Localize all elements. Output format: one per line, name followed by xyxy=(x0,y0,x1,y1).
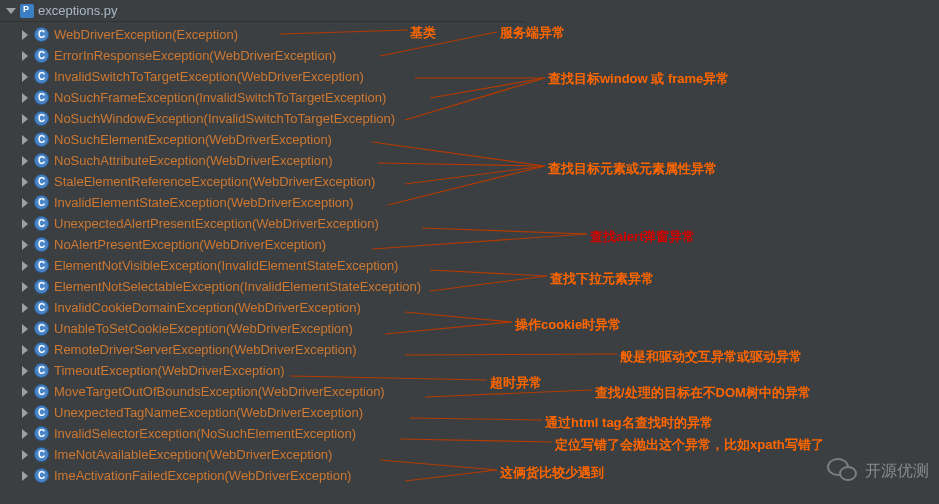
class-name-label: ElementNotVisibleException(InvalidElemen… xyxy=(54,258,398,273)
class-tree-item[interactable]: CImeNotAvailableException(WebDriverExcep… xyxy=(0,444,525,465)
class-icon: C xyxy=(34,237,49,252)
class-tree-item[interactable]: CInvalidElementStateException(WebDriverE… xyxy=(0,192,525,213)
annotation-label: 查找alert弹窗异常 xyxy=(590,228,695,246)
class-name-label: MoveTargetOutOfBoundsException(WebDriver… xyxy=(54,384,385,399)
wechat-icon xyxy=(827,458,859,484)
chevron-right-icon[interactable] xyxy=(22,408,28,418)
class-icon: C xyxy=(34,468,49,483)
class-tree-item[interactable]: CUnexpectedAlertPresentException(WebDriv… xyxy=(0,213,525,234)
class-icon: C xyxy=(34,153,49,168)
class-tree-item[interactable]: CUnableToSetCookieException(WebDriverExc… xyxy=(0,318,525,339)
class-icon: C xyxy=(34,384,49,399)
class-name-label: WebDriverException(Exception) xyxy=(54,27,238,42)
class-name-label: NoSuchAttributeException(WebDriverExcept… xyxy=(54,153,333,168)
class-tree-item[interactable]: CStaleElementReferenceException(WebDrive… xyxy=(0,171,525,192)
class-name-label: StaleElementReferenceException(WebDriver… xyxy=(54,174,375,189)
chevron-right-icon[interactable] xyxy=(22,156,28,166)
chevron-right-icon[interactable] xyxy=(22,72,28,82)
class-tree-item[interactable]: CInvalidCookieDomainException(WebDriverE… xyxy=(0,297,525,318)
class-tree-item[interactable]: CNoSuchAttributeException(WebDriverExcep… xyxy=(0,150,525,171)
class-icon: C xyxy=(34,132,49,147)
annotation-label: 通过html tag名查找时的异常 xyxy=(545,414,713,432)
class-name-label: TimeoutException(WebDriverException) xyxy=(54,363,284,378)
structure-panel: exceptions.py CWebDriverException(Except… xyxy=(0,0,525,504)
annotation-label: 查找/处理的目标在不DOM树中的异常 xyxy=(595,384,811,402)
class-tree-item[interactable]: CElementNotVisibleException(InvalidEleme… xyxy=(0,255,525,276)
chevron-right-icon[interactable] xyxy=(22,429,28,439)
class-icon: C xyxy=(34,342,49,357)
annotation-label: 查找下拉元素异常 xyxy=(550,270,654,288)
class-icon: C xyxy=(34,300,49,315)
class-icon: C xyxy=(34,90,49,105)
class-tree-item[interactable]: CInvalidSelectorException(NoSuchElementE… xyxy=(0,423,525,444)
class-tree-item[interactable]: CTimeoutException(WebDriverException) xyxy=(0,360,525,381)
chevron-right-icon[interactable] xyxy=(22,51,28,61)
class-tree-item[interactable]: CNoSuchFrameException(InvalidSwitchToTar… xyxy=(0,87,525,108)
annotation-label: 查找目标元素或元素属性异常 xyxy=(548,160,717,178)
annotation-label: 定位写错了会抛出这个异常，比如xpath写错了 xyxy=(555,436,824,454)
file-header-row[interactable]: exceptions.py xyxy=(0,0,525,22)
chevron-right-icon[interactable] xyxy=(22,177,28,187)
class-name-label: UnableToSetCookieException(WebDriverExce… xyxy=(54,321,353,336)
class-tree-item[interactable]: CNoSuchWindowException(InvalidSwitchToTa… xyxy=(0,108,525,129)
chevron-down-icon[interactable] xyxy=(6,8,16,14)
annotation-label: 查找目标window 或 frame异常 xyxy=(548,70,729,88)
chevron-right-icon[interactable] xyxy=(22,471,28,481)
chevron-right-icon[interactable] xyxy=(22,93,28,103)
wechat-watermark: 开源优测 xyxy=(827,458,929,484)
chevron-right-icon[interactable] xyxy=(22,450,28,460)
chevron-right-icon[interactable] xyxy=(22,387,28,397)
class-name-label: InvalidElementStateException(WebDriverEx… xyxy=(54,195,354,210)
class-icon: C xyxy=(34,174,49,189)
class-name-label: ImeActivationFailedException(WebDriverEx… xyxy=(54,468,351,483)
class-icon: C xyxy=(34,27,49,42)
class-name-label: UnexpectedAlertPresentException(WebDrive… xyxy=(54,216,379,231)
class-icon: C xyxy=(34,216,49,231)
chevron-right-icon[interactable] xyxy=(22,198,28,208)
class-icon: C xyxy=(34,447,49,462)
class-name-label: ElementNotSelectableException(InvalidEle… xyxy=(54,279,421,294)
class-name-label: NoAlertPresentException(WebDriverExcepti… xyxy=(54,237,326,252)
chevron-right-icon[interactable] xyxy=(22,30,28,40)
class-tree-item[interactable]: CErrorInResponseException(WebDriverExcep… xyxy=(0,45,525,66)
chevron-right-icon[interactable] xyxy=(22,135,28,145)
chevron-right-icon[interactable] xyxy=(22,345,28,355)
chevron-right-icon[interactable] xyxy=(22,219,28,229)
watermark-text: 开源优测 xyxy=(865,461,929,482)
class-icon: C xyxy=(34,363,49,378)
chevron-right-icon[interactable] xyxy=(22,282,28,292)
class-tree-item[interactable]: CElementNotSelectableException(InvalidEl… xyxy=(0,276,525,297)
class-name-label: RemoteDriverServerException(WebDriverExc… xyxy=(54,342,356,357)
class-name-label: UnexpectedTagNameException(WebDriverExce… xyxy=(54,405,363,420)
class-tree-item[interactable]: CImeActivationFailedException(WebDriverE… xyxy=(0,465,525,486)
class-name-label: InvalidSelectorException(NoSuchElementEx… xyxy=(54,426,356,441)
python-file-icon xyxy=(20,4,34,18)
class-icon: C xyxy=(34,405,49,420)
class-name-label: InvalidSwitchToTargetException(WebDriver… xyxy=(54,69,364,84)
chevron-right-icon[interactable] xyxy=(22,114,28,124)
class-tree-item[interactable]: CMoveTargetOutOfBoundsException(WebDrive… xyxy=(0,381,525,402)
class-name-label: NoSuchElementException(WebDriverExceptio… xyxy=(54,132,332,147)
class-icon: C xyxy=(34,69,49,84)
class-name-label: InvalidCookieDomainException(WebDriverEx… xyxy=(54,300,361,315)
class-tree-item[interactable]: CNoSuchElementException(WebDriverExcepti… xyxy=(0,129,525,150)
class-tree-item[interactable]: CNoAlertPresentException(WebDriverExcept… xyxy=(0,234,525,255)
file-name-label: exceptions.py xyxy=(38,3,118,18)
chevron-right-icon[interactable] xyxy=(22,303,28,313)
annotation-label: 般是和驱动交互异常或驱动异常 xyxy=(620,348,802,366)
class-icon: C xyxy=(34,111,49,126)
chevron-right-icon[interactable] xyxy=(22,324,28,334)
chevron-right-icon[interactable] xyxy=(22,366,28,376)
class-name-label: NoSuchFrameException(InvalidSwitchToTarg… xyxy=(54,90,386,105)
class-name-label: ImeNotAvailableException(WebDriverExcept… xyxy=(54,447,332,462)
class-tree-item[interactable]: CRemoteDriverServerException(WebDriverEx… xyxy=(0,339,525,360)
class-icon: C xyxy=(34,321,49,336)
class-tree-item[interactable]: CUnexpectedTagNameException(WebDriverExc… xyxy=(0,402,525,423)
class-tree-item[interactable]: CInvalidSwitchToTargetException(WebDrive… xyxy=(0,66,525,87)
class-name-label: ErrorInResponseException(WebDriverExcept… xyxy=(54,48,336,63)
chevron-right-icon[interactable] xyxy=(22,261,28,271)
class-tree-item[interactable]: CWebDriverException(Exception) xyxy=(0,24,525,45)
class-icon: C xyxy=(34,279,49,294)
chevron-right-icon[interactable] xyxy=(22,240,28,250)
annotation-label: 操作cookie时异常 xyxy=(515,316,621,334)
